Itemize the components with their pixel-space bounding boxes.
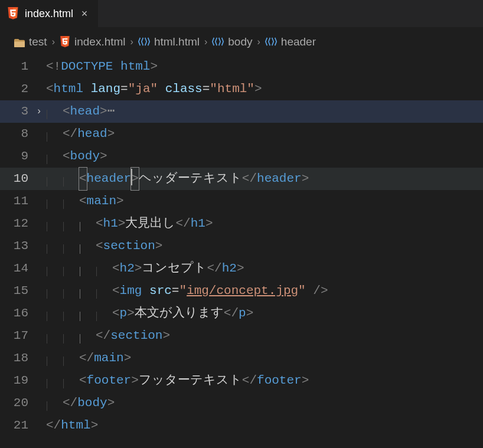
line-number: 1	[0, 55, 32, 78]
bracket-highlight: <	[79, 167, 87, 191]
tab-bar: index.html ×	[0, 0, 483, 27]
code-editor[interactable]: 1 <!DOCTYPE html> 2 <html lang="ja" clas…	[0, 54, 483, 437]
line-number: 19	[0, 369, 32, 392]
editor-tab[interactable]: index.html ×	[0, 0, 99, 27]
code-line[interactable]: 19 <footer>フッターテキスト</footer>	[0, 369, 483, 392]
line-number: 20	[0, 392, 32, 414]
breadcrumb-label: body	[228, 35, 252, 48]
code-line[interactable]: 16 <p>本文が入ります</p>	[0, 302, 483, 325]
chevron-right-icon: ›	[52, 37, 55, 47]
chevron-right-icon: ›	[257, 37, 260, 47]
line-number: 9	[0, 145, 32, 168]
breadcrumb-label: header	[281, 35, 316, 48]
file-link[interactable]: img/concept.jpg	[187, 284, 298, 297]
line-number: 2	[0, 78, 32, 100]
line-number: 12	[0, 212, 32, 235]
code-line[interactable]: 21 </html>	[0, 414, 483, 437]
line-number: 11	[0, 190, 32, 212]
breadcrumb-label: test	[29, 35, 47, 48]
fold-collapsed-icon[interactable]: ›	[32, 100, 46, 123]
breadcrumb-symbol[interactable]: html.html	[138, 35, 200, 48]
code-line[interactable]: 20 </body>	[0, 392, 483, 414]
code-line[interactable]: 9 <body>	[0, 145, 483, 168]
breadcrumb-label: index.html	[74, 35, 126, 48]
bracket-highlight: >	[130, 167, 139, 191]
html5-icon	[7, 7, 19, 20]
code-line[interactable]: 13 <section>	[0, 235, 483, 257]
line-number: 17	[0, 325, 32, 347]
chevron-right-icon: ›	[204, 37, 207, 47]
code-line[interactable]: 2 <html lang="ja" class="html">	[0, 78, 483, 100]
code-line[interactable]: 15 <img src="img/concept.jpg" />	[0, 280, 483, 302]
line-number: 16	[0, 302, 32, 325]
symbol-icon	[265, 37, 277, 47]
code-line[interactable]: 8 </head>	[0, 123, 483, 145]
breadcrumb: test › index.html › html.html › body › h…	[0, 27, 483, 54]
close-icon[interactable]: ×	[79, 8, 90, 20]
code-line[interactable]: 18 </main>	[0, 347, 483, 369]
line-number: 8	[0, 123, 32, 145]
breadcrumb-file[interactable]: index.html	[60, 35, 126, 48]
breadcrumb-label: html.html	[154, 35, 200, 48]
fold-ellipsis[interactable]: ⋯	[107, 104, 115, 118]
breadcrumb-symbol[interactable]: header	[265, 35, 316, 48]
code-line[interactable]: 14 <h2>コンセプト</h2>	[0, 257, 483, 280]
symbol-icon	[212, 37, 224, 47]
code-line[interactable]: 11 <main>	[0, 190, 483, 212]
folder-icon	[14, 37, 25, 47]
line-number: 15	[0, 280, 32, 302]
tab-title: index.html	[25, 8, 73, 20]
line-number: 13	[0, 235, 32, 257]
line-number: 10	[0, 168, 32, 190]
line-number: 3	[0, 100, 32, 123]
code-line[interactable]: 12 <h1>大見出し</h1>	[0, 212, 483, 235]
code-line[interactable]: 1 <!DOCTYPE html>	[0, 55, 483, 78]
symbol-icon	[138, 37, 150, 47]
chevron-right-icon: ›	[130, 37, 133, 47]
line-number: 21	[0, 414, 32, 437]
line-number: 18	[0, 347, 32, 369]
code-line[interactable]: 17 </section>	[0, 325, 483, 347]
code-line-active[interactable]: 10 <header>ヘッダーテキスト</header>	[0, 168, 483, 190]
html5-icon	[60, 36, 70, 48]
text-cursor	[131, 169, 132, 185]
code-line-folded[interactable]: 3 › <head>⋯	[0, 100, 483, 123]
line-number: 14	[0, 257, 32, 280]
breadcrumb-symbol[interactable]: body	[212, 35, 252, 48]
breadcrumb-folder[interactable]: test	[14, 35, 47, 48]
